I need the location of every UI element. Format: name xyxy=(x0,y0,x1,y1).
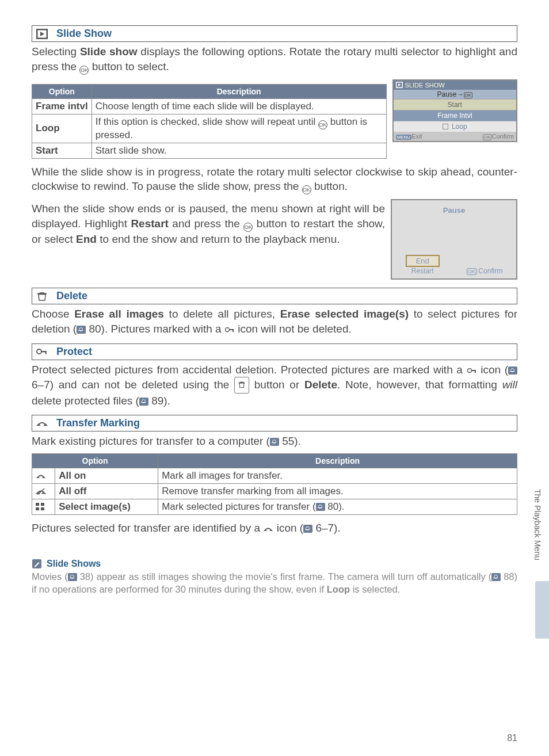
screen-item-loop: Loop xyxy=(394,121,516,132)
section-title: Protect xyxy=(56,346,92,358)
pause-left: End Restart xyxy=(406,255,440,275)
section-header-protect: Protect xyxy=(32,343,517,360)
t: Mark existing pictures for transfer to a… xyxy=(32,435,270,447)
opt-desc: Choose length of time each slide will be… xyxy=(92,98,386,114)
svg-rect-14 xyxy=(475,370,476,373)
svg-point-9 xyxy=(37,349,41,354)
t: End xyxy=(76,233,97,245)
protect-body: Protect selected pictures from accidenta… xyxy=(32,362,517,408)
t: Loop xyxy=(452,123,467,131)
svg-marker-27 xyxy=(269,529,273,531)
table-row: All on Mark all images for transfer. xyxy=(32,468,517,484)
t: 55). xyxy=(279,435,301,447)
t: Confirm xyxy=(491,133,514,140)
trash-icon xyxy=(36,291,48,302)
slideshow-intro: Selecting Slide show displays the follow… xyxy=(32,44,517,75)
t: to end the show and return to the playba… xyxy=(97,233,340,245)
t: Delete xyxy=(304,379,337,391)
section-header-slideshow: Slide Show xyxy=(32,25,517,42)
t: Loop xyxy=(327,584,350,594)
page-ref-icon xyxy=(316,503,325,511)
col-description: Description xyxy=(158,454,517,468)
t: Protect selected pictures from accidenta… xyxy=(32,364,467,376)
t: 6–7). xyxy=(312,522,341,534)
side-thumb-tab xyxy=(535,581,549,639)
opt-desc: Remove transfer marking from all images. xyxy=(158,484,517,499)
page-ref-icon xyxy=(270,438,279,446)
t: Exit xyxy=(411,133,422,140)
pause-end: End xyxy=(406,255,440,267)
t: :Confirm xyxy=(476,267,502,275)
svg-point-12 xyxy=(467,368,471,372)
t: will xyxy=(502,379,517,391)
slideshow-mid: While the slide show is in progress, rot… xyxy=(32,165,517,195)
slideshow-options-table: Option Description Frame intvl Choose le… xyxy=(32,84,387,159)
pencil-note-icon xyxy=(32,559,42,569)
t: Choose xyxy=(32,308,74,320)
section-title: Transfer Marking xyxy=(56,417,140,429)
t: Mark selected pictures for transfer ( xyxy=(162,501,315,512)
section-header-delete: Delete xyxy=(32,288,517,304)
playback-icon xyxy=(36,28,48,40)
opt-icon-cell xyxy=(32,499,55,515)
opt-label: Loop xyxy=(32,114,92,143)
pause-title: Pause xyxy=(392,200,516,220)
tip-body: Movies ( 38) appear as still images show… xyxy=(32,570,517,596)
page-number: 81 xyxy=(507,733,517,743)
screen-item-start: Start xyxy=(394,99,516,110)
screen-item-frameintvl: Frame Intvl xyxy=(394,110,516,121)
t: If this option is checked, slide show wi… xyxy=(96,116,318,127)
side-tab-label: The Playback Menu xyxy=(533,489,542,560)
t: . Note, however, that formatting xyxy=(337,379,502,391)
svg-rect-23 xyxy=(41,503,44,506)
t: 89). xyxy=(148,395,170,407)
svg-marker-15 xyxy=(36,423,41,426)
svg-marker-26 xyxy=(264,529,267,531)
protect-key-icon xyxy=(467,365,477,376)
protect-key-icon xyxy=(36,346,48,357)
svg-rect-24 xyxy=(36,507,39,510)
camera-screen-slideshow: SLIDE SHOW Pause→OK Start Frame Intvl Lo… xyxy=(392,79,517,142)
pause-restart: Restart xyxy=(406,267,440,275)
opt-label: Start xyxy=(32,143,92,158)
t: Erase all images xyxy=(74,308,164,320)
transfer-icon xyxy=(36,418,48,429)
screen-footer: MENUExit OKConfirm xyxy=(394,132,516,141)
svg-rect-22 xyxy=(36,503,39,506)
t: delete protected files ( xyxy=(32,395,139,407)
t: button to select. xyxy=(89,60,169,72)
ok-icon: OK xyxy=(302,185,311,194)
page-ref-icon xyxy=(508,366,517,375)
opt-label: Frame intvl xyxy=(32,98,92,114)
ok-icon: OK xyxy=(318,120,327,129)
section-title: Delete xyxy=(56,290,87,302)
screen-confirm: OKConfirm xyxy=(483,133,514,140)
screen-pause-hint: Pause→OK xyxy=(394,90,516,99)
t: icon will not be deleted. xyxy=(235,323,352,335)
t: 80). xyxy=(325,501,345,512)
t: and press the xyxy=(169,217,243,230)
svg-marker-18 xyxy=(42,476,45,478)
page-ref-icon xyxy=(68,573,77,581)
transfer-options-table: Option Description All on Mark all image… xyxy=(32,453,517,515)
svg-point-6 xyxy=(225,327,229,331)
transfer-all-on-icon xyxy=(36,472,46,479)
opt-icon-cell xyxy=(32,468,55,484)
tip-title: Slide Shows xyxy=(47,559,101,569)
t: is selected. xyxy=(350,584,400,594)
t: Selecting xyxy=(32,45,80,58)
transfer-all-off-icon xyxy=(36,488,46,495)
col-description: Description xyxy=(92,84,386,98)
col-option: Option xyxy=(32,454,158,468)
t: 80). Pictures marked with a xyxy=(86,323,224,335)
table-row: Start Start slide show. xyxy=(32,143,387,158)
page-ref-icon xyxy=(303,525,312,533)
delete-body: Choose Erase all images to delete all pi… xyxy=(32,307,517,336)
screen-title: SLIDE SHOW xyxy=(405,82,445,89)
tip-header: Slide Shows xyxy=(32,559,517,569)
slideshow-end: When the slide show ends or is paused, t… xyxy=(32,201,385,246)
opt-icon-cell xyxy=(32,484,55,499)
table-row: Frame intvl Choose length of time each s… xyxy=(32,98,387,114)
opt-label: All on xyxy=(55,468,158,484)
col-option: Option xyxy=(32,84,92,98)
